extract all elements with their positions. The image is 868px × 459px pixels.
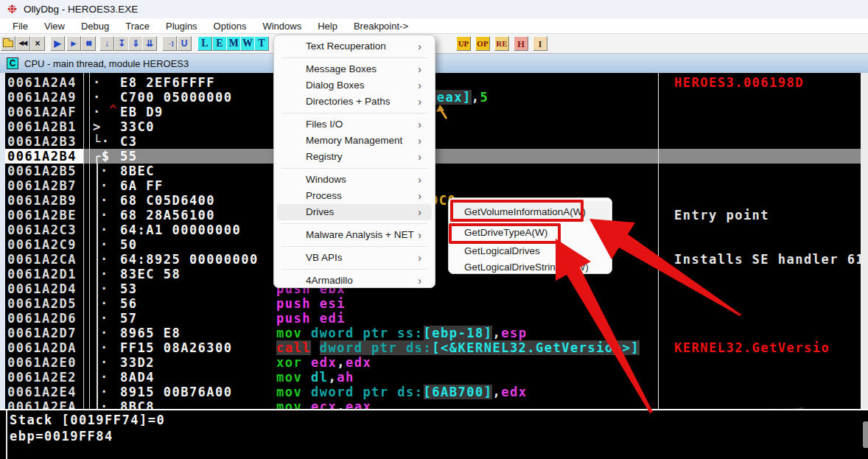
up-icon: UP (458, 40, 469, 48)
watches-window-icon: W (242, 38, 253, 49)
context-menu-item-process[interactable]: Process› (277, 188, 432, 204)
code-token: call (276, 340, 311, 355)
context-menu-item-malware-analysis-net[interactable]: Malware Analysis + NET› (277, 227, 432, 243)
menu-separator-line (281, 57, 427, 58)
step-over-icon: ↧ (118, 39, 125, 48)
context-menu-item-directories-paths[interactable]: Directories + Paths› (277, 94, 432, 110)
submenu-item-label: GetLogicalDriveStringsA(W) (464, 262, 589, 273)
instruction-cell: mov dword ptr ds:[6AB700],edx (276, 385, 527, 399)
disasm-row[interactable]: 0061A2E2·8AD4mov dl,ah (0, 370, 868, 385)
address-cell: 0061A2A4 (5, 75, 83, 90)
threads-window-button[interactable]: T (254, 36, 269, 51)
procedure-bracket-line (97, 223, 98, 237)
menubar-item-debug[interactable]: Debug (73, 19, 117, 33)
disasm-row[interactable]: 0061A2E4·8915 00B76A00mov dword ptr ds:[… (0, 385, 868, 399)
code-token: push (276, 311, 311, 326)
hex-bytes-cell: 83EC 58 (120, 267, 181, 281)
menubar-item-windows[interactable]: Windows (254, 19, 309, 33)
menubar-item-plugins[interactable]: Plugins (158, 19, 206, 33)
go-to-user-code-icon: U (181, 39, 188, 48)
context-menu-item-label: Drives (306, 206, 334, 217)
code-token: edx (311, 355, 337, 370)
execute-button[interactable]: ► (66, 36, 81, 51)
open-file-button[interactable] (1, 36, 15, 51)
i-button[interactable]: I (533, 36, 547, 51)
hex-bytes-cell: 53 (120, 281, 137, 296)
pause-button[interactable]: ▮▮ (81, 36, 96, 51)
context-menu-item-label: Windows (306, 174, 346, 185)
execute-till-return-button[interactable]: →] (162, 36, 177, 51)
memory-window-button[interactable]: M (226, 36, 241, 51)
hex-bytes-cell: 57 (120, 311, 137, 326)
code-token: , (492, 385, 501, 399)
address-cell: 0061A2D4 (5, 281, 83, 296)
address-cell: 0061A2E2 (5, 370, 83, 385)
menubar-item-help[interactable]: Help (309, 19, 346, 33)
executables-window-button[interactable]: E (212, 36, 227, 51)
submenu-item-getlogicaldrivestringsa-w[interactable]: GetLogicalDriveStringsA(W) (452, 259, 610, 275)
disasm-row[interactable]: 0061A2D5·56push esi (0, 296, 868, 311)
restart-button[interactable]: ◀◀ (15, 36, 30, 51)
memory-window-icon: M (228, 38, 238, 49)
close-button[interactable]: × (30, 36, 45, 51)
chevron-right-icon: › (418, 204, 421, 220)
context-menu-item-dialog-boxes[interactable]: Dialog Boxes› (277, 77, 432, 94)
context-menu-item-message-boxes[interactable]: Message Boxes› (277, 61, 432, 77)
comment-cell: Entry point (674, 208, 861, 223)
procedure-bracket-line (97, 252, 98, 267)
up-button[interactable]: UP (456, 36, 471, 51)
re-icon: RE (496, 40, 507, 48)
context-menu-item-label: Registry (306, 151, 343, 162)
run-button[interactable]: ▶ (50, 36, 65, 51)
disasm-row[interactable]: 0061A2D7·8965 E8mov dword ptr ss:[ebp-18… (0, 326, 868, 340)
watches-window-button[interactable]: W (240, 36, 255, 51)
go-to-user-code-button[interactable]: U (177, 36, 192, 51)
context-menu-item-text-recuperation[interactable]: Text Recuperation› (277, 38, 432, 55)
disasm-row[interactable]: 0061A2D6·57push edi (0, 311, 868, 326)
h-icon: H (517, 39, 525, 49)
menubar-item-breakpoint[interactable]: Breakpoint-> (346, 19, 416, 33)
code-token: mov (276, 370, 302, 385)
disasm-row[interactable]: 0061A2DA·FF15 08A26300call dword ptr ds:… (0, 340, 868, 355)
chevron-right-icon: › (418, 133, 421, 149)
code-token (311, 340, 320, 355)
context-menu-item-files-i-o[interactable]: Files I/O› (277, 116, 432, 133)
code-token: [6AB700] (424, 385, 493, 399)
step-into-button[interactable]: ↓ (99, 36, 114, 51)
code-token: edx (501, 385, 527, 399)
context-menu-item-memory-management[interactable]: Memory Management› (277, 133, 432, 149)
menubar-item-trace[interactable]: Trace (117, 19, 158, 33)
menubar-item-file[interactable]: File (4, 19, 36, 33)
ollydbg-app-icon: ❉ (6, 3, 18, 15)
submenu-item-getlogicaldrives[interactable]: GetLogicalDrives (452, 242, 610, 259)
log-window-button[interactable]: L (197, 36, 212, 51)
address-cell: 0061A2CA (5, 252, 83, 267)
hex-bytes-cell: 6A FF (120, 178, 164, 193)
context-menu-item-vb-apis[interactable]: VB APIs› (277, 250, 432, 266)
context-menu-item-4armadillo[interactable]: 4Armadillo› (277, 273, 432, 289)
procedure-bracket-line (97, 267, 98, 281)
code-token (302, 385, 311, 399)
context-menu-item-windows[interactable]: Windows› (277, 172, 432, 188)
step-over-button[interactable]: ↧ (114, 36, 129, 51)
row-marker: · (93, 75, 119, 90)
context-menu-item-drives[interactable]: Drives› (277, 204, 432, 220)
h-button[interactable]: H (514, 36, 528, 51)
annotation-box-getdrivetype (449, 223, 561, 244)
loop-caret-icon: ^ (109, 102, 118, 117)
disasm-row[interactable]: 0061A2E0·33D2xor edx,edx (0, 355, 868, 370)
animate-over-button[interactable]: ⇊ (142, 36, 157, 51)
address-cell: 0061A2D5 (5, 296, 83, 311)
context-menu-item-registry[interactable]: Registry› (277, 149, 432, 165)
procedure-bracket-line (97, 311, 98, 326)
re-button[interactable]: RE (494, 36, 509, 51)
run-icon: ▶ (54, 39, 60, 48)
op-button[interactable]: OP (475, 36, 490, 51)
menubar-item-view[interactable]: View (36, 19, 73, 33)
hex-bytes-cell: 8965 E8 (120, 326, 181, 340)
menu-separator-line (281, 223, 427, 224)
hex-bytes-cell: 33D2 (120, 355, 155, 370)
animate-into-button[interactable]: ⇓ (128, 36, 143, 51)
menubar-item-options[interactable]: Options (206, 19, 255, 33)
context-menu-item-label: VB APIs (306, 252, 343, 263)
